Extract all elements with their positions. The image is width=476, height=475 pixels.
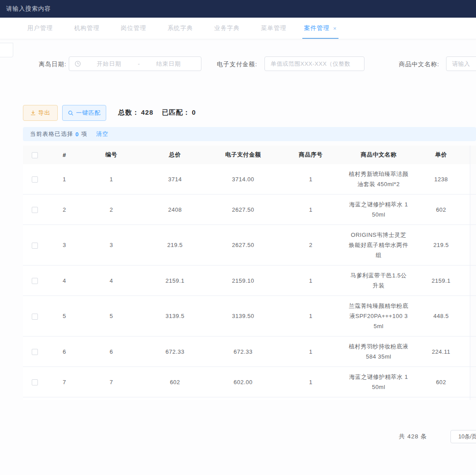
tab-item[interactable]: 用户管理 <box>17 18 63 39</box>
top-navbar: 请输入搜索内容 <box>0 0 476 18</box>
cell-item-no: 1 <box>277 164 345 194</box>
tab-label: 用户管理 <box>27 24 53 32</box>
page-size-select[interactable]: 10条/页 <box>450 430 476 443</box>
col-header-item-no: 商品序号 <box>277 146 345 164</box>
cell-clipped <box>470 225 476 266</box>
cell-code: 8 <box>82 397 141 400</box>
selection-count: 0 <box>75 131 79 138</box>
cell-clipped <box>470 266 476 296</box>
tab-label: 机构管理 <box>74 24 100 32</box>
cell-unit-price: 448.5 <box>413 296 470 337</box>
cell-unit-price: 224.11 <box>413 337 470 367</box>
cell-total: 1392.04 <box>141 397 209 400</box>
one-click-match-button[interactable]: 一键匹配 <box>62 105 106 121</box>
table-row: 4 4 2159.1 2159.10 1 马爹利蓝带干邑1.5公升装 2159.… <box>23 266 476 296</box>
selection-info-bar: 当前表格已选择 0 项 清空 <box>23 127 476 141</box>
row-checkbox[interactable] <box>32 379 38 385</box>
search-icon <box>68 110 74 116</box>
clear-selection-link[interactable]: 清空 <box>96 130 108 138</box>
col-header-index: # <box>47 146 82 164</box>
cell-index: 5 <box>47 296 82 337</box>
cell-payment: 2627.50 <box>209 194 277 225</box>
row-checkbox[interactable] <box>32 278 38 284</box>
date-range-separator: - <box>136 60 141 67</box>
cell-product: ORIGINS韦博士灵芝焕能好底子精华水两件组 <box>345 225 413 266</box>
total-value: 428 <box>141 108 153 116</box>
row-checkbox[interactable] <box>32 176 38 183</box>
select-all-checkbox[interactable] <box>32 152 38 158</box>
cell-clipped <box>470 164 476 194</box>
tab-label: 系统字典 <box>167 24 193 32</box>
cell-index: 6 <box>47 337 82 367</box>
cell-total: 2159.1 <box>141 266 209 296</box>
cell-item-no: 1 <box>277 296 345 337</box>
table-row: 1 1 3714 3714.00 1 植村秀新琥珀臻萃洁颜油套装 450ml*2… <box>23 164 476 194</box>
collapsed-panel-corner <box>0 43 13 57</box>
cell-payment: 3714.00 <box>209 164 277 194</box>
date-start-input[interactable]: 开始日期 <box>82 60 136 68</box>
date-end-input[interactable]: 结束日期 <box>141 60 196 68</box>
tab-label: 业务字典 <box>214 24 240 32</box>
product-filter-label: 商品中文名称: <box>399 60 439 68</box>
cell-clipped <box>470 194 476 225</box>
product-name-input[interactable]: 请输入 <box>446 56 476 71</box>
cell-unit-price: 602 <box>413 367 470 397</box>
table-row: 5 5 3139.5 3139.50 1 兰蔻菁纯臻颜精华粉底液SPF20PA+… <box>23 296 476 337</box>
row-checkbox[interactable] <box>32 314 38 320</box>
tab-item[interactable]: 案件管理 × <box>297 18 344 39</box>
col-header-unit-price: 单价 <box>413 146 470 164</box>
cell-unit-price: 1238 <box>413 164 470 194</box>
cell-payment: 3139.50 <box>209 296 277 337</box>
row-checkbox[interactable] <box>32 349 38 355</box>
tab-label: 案件管理 <box>304 24 330 32</box>
cell-code: 7 <box>82 367 141 397</box>
col-header-total: 总价 <box>141 146 209 164</box>
page-size-value: 10条/页 <box>458 433 476 441</box>
global-search-input[interactable]: 请输入搜索内容 <box>6 5 51 13</box>
cell-index: 3 <box>47 225 82 266</box>
col-header-product: 商品中文名称 <box>345 146 413 164</box>
col-header-payment: 电子支付金额 <box>209 146 277 164</box>
tab-item[interactable]: 系统字典 <box>157 18 204 39</box>
clock-icon <box>74 60 81 67</box>
match-button-label: 一键匹配 <box>76 109 101 117</box>
tab-item[interactable]: 机构管理 <box>63 18 110 39</box>
cell-total: 3139.5 <box>141 296 209 337</box>
cell-code: 2 <box>82 194 141 225</box>
tab-item[interactable]: 岗位管理 <box>110 18 157 39</box>
cell-unit-price: 139.20 <box>413 397 470 400</box>
col-header-clipped <box>470 146 476 164</box>
export-button[interactable]: 导出 <box>23 105 58 121</box>
date-filter-label: 离岛日期: <box>39 60 67 68</box>
cell-item-no: 1 <box>277 266 345 296</box>
table-row: 3 3 219.5 2627.50 2 ORIGINS韦博士灵芝焕能好底子精华水… <box>23 225 476 266</box>
payment-amount-input[interactable]: 单值或范围XXX-XXX（仅整数 <box>264 56 364 71</box>
cell-total: 219.5 <box>141 225 209 266</box>
match-stats: 总数：428 已匹配：0 <box>118 108 198 117</box>
selection-prefix: 当前表格已选择 <box>30 130 73 138</box>
cell-clipped <box>470 296 476 337</box>
row-checkbox[interactable] <box>32 207 38 213</box>
date-range-picker[interactable]: 开始日期 - 结束日期 <box>69 56 201 71</box>
cell-payment: 2159.10 <box>209 266 277 296</box>
row-checkbox[interactable] <box>32 243 38 249</box>
pagination-total-prefix: 共 <box>399 433 405 440</box>
tab-item[interactable]: 业务字典 <box>204 18 250 39</box>
total-label: 总数： <box>118 108 139 116</box>
product-name-placeholder: 请输入 <box>452 60 470 68</box>
pagination-total-suffix: 条 <box>421 433 428 440</box>
tab-item[interactable]: 菜单管理 <box>250 18 297 39</box>
cell-code: 4 <box>82 266 141 296</box>
cell-item-no: 1 <box>277 367 345 397</box>
matched-label: 已匹配： <box>162 108 190 116</box>
cell-clipped <box>470 337 476 367</box>
cell-product: 海蓝之谜修护精萃水 150ml <box>345 194 413 225</box>
cell-unit-price: 219.5 <box>413 225 470 266</box>
cell-product: 海蓝之谜修护精萃水 150ml <box>345 367 413 397</box>
cell-product: 马爹利蓝带干邑1.5公升装 <box>345 266 413 296</box>
cell-index: 1 <box>47 164 82 194</box>
cell-item-no: 1 <box>277 337 345 367</box>
cell-code: 6 <box>82 337 141 367</box>
tab-close-icon[interactable]: × <box>333 25 337 32</box>
tab-bar: 用户管理 机构管理 岗位管理 系统字典 业务字典 菜单管理 案件管理 × <box>0 18 476 39</box>
